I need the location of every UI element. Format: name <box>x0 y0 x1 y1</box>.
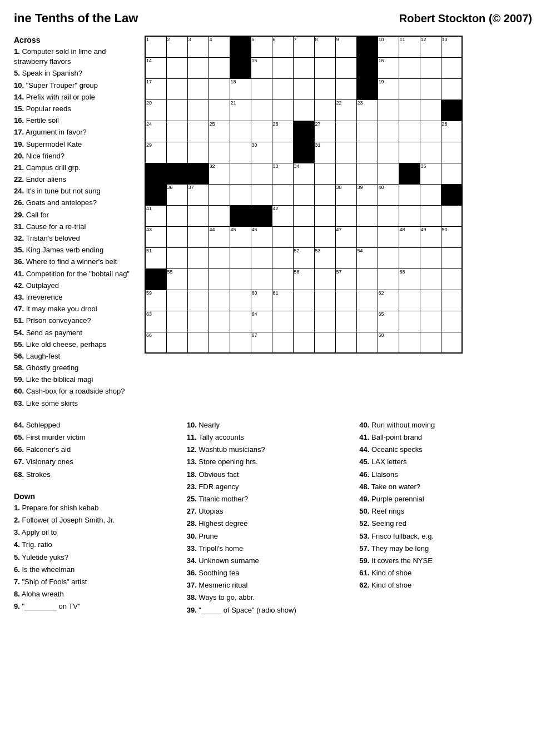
clue-item: 15. Popular reeds <box>14 104 136 114</box>
clue-item: 10. Nearly <box>187 420 354 430</box>
cell-number: 34 <box>294 164 300 169</box>
clue-item: 38. Ways to go, abbr. <box>187 593 354 603</box>
grid-cell <box>166 226 187 247</box>
cell-number: 5 <box>252 37 255 42</box>
clue-item: 30. Prune <box>187 531 354 541</box>
clue-item: 21. Campus drill grp. <box>14 163 136 173</box>
grid-cell <box>378 163 399 184</box>
grid-cell: 62 <box>378 290 399 311</box>
grid-cell <box>251 205 272 226</box>
grid-cell: 3 <box>187 36 209 57</box>
cell-number: 10 <box>379 37 384 42</box>
grid-cell: 51 <box>145 247 166 268</box>
grid-cell <box>441 57 462 78</box>
grid-cell <box>335 78 356 100</box>
grid-cell <box>420 290 441 311</box>
grid-cell <box>356 121 378 142</box>
grid-cell: 45 <box>230 226 251 247</box>
grid-cell: 37 <box>187 184 209 205</box>
grid-cell: 19 <box>378 78 399 100</box>
clue-item: 33. Tripoli's home <box>187 544 354 554</box>
grid-cell <box>230 247 251 268</box>
cell-number: 2 <box>167 37 170 42</box>
cell-number: 19 <box>379 79 384 84</box>
clue-item: 28. Highest degree <box>187 519 354 529</box>
grid-cell: 34 <box>293 163 314 184</box>
grid-cell <box>441 268 462 290</box>
grid-cell: 57 <box>335 268 356 290</box>
grid-cell <box>399 311 420 332</box>
cell-number: 42 <box>273 206 279 211</box>
grid-cell: 47 <box>335 226 356 247</box>
grid-cell <box>335 332 356 353</box>
clue-item: 14. Prefix with rail or pole <box>14 92 136 102</box>
bottom-col-3: 40. Run without moving41. Ball-point bra… <box>359 420 532 618</box>
across-clues-list: 1. Computer sold in lime and strawberry … <box>14 47 136 409</box>
clue-item: 40. Run without moving <box>359 420 527 430</box>
cell-number: 56 <box>294 270 300 275</box>
grid-cell <box>335 247 356 268</box>
cell-number: 26 <box>273 122 279 127</box>
grid-cell <box>293 226 314 247</box>
cell-number: 57 <box>336 270 342 275</box>
grid-cell <box>251 184 272 205</box>
grid-cell <box>356 268 378 290</box>
cell-number: 18 <box>231 79 236 84</box>
grid-cell <box>441 311 462 332</box>
grid-cell <box>251 268 272 290</box>
grid-cell <box>441 100 462 121</box>
clue-item: 36. Soothing tea <box>187 568 354 578</box>
clue-item: 26. Goats and antelopes? <box>14 198 136 208</box>
cell-number: 24 <box>146 122 152 127</box>
cell-number: 32 <box>210 164 215 169</box>
cell-number: 8 <box>315 37 318 42</box>
grid-cell: 7 <box>293 36 314 57</box>
grid-cell: 58 <box>399 268 420 290</box>
grid-cell: 11 <box>399 36 420 57</box>
grid-cell: 38 <box>335 184 356 205</box>
grid-cell <box>209 290 230 311</box>
grid-cell: 17 <box>145 78 166 100</box>
grid-cell <box>251 163 272 184</box>
cell-number: 62 <box>379 291 384 296</box>
grid-cell <box>314 205 335 226</box>
clue-item: 41. Ball-point brand <box>359 432 527 442</box>
grid-cell <box>420 57 441 78</box>
cell-number: 55 <box>167 270 173 275</box>
grid-cell <box>166 142 187 163</box>
grid-cell <box>441 332 462 353</box>
grid-cell <box>230 290 251 311</box>
grid-cell <box>293 121 314 142</box>
grid-cell <box>420 78 441 100</box>
grid-cell: 16 <box>378 57 399 78</box>
grid-cell: 8 <box>314 36 335 57</box>
grid-cell <box>399 100 420 121</box>
cell-number: 25 <box>210 122 215 127</box>
clue-item: 42. Outplayed <box>14 281 136 291</box>
grid-cell <box>356 78 378 100</box>
grid-cell: 24 <box>145 121 166 142</box>
grid-cell: 44 <box>209 226 230 247</box>
cell-number: 41 <box>146 206 152 211</box>
grid-cell <box>166 100 187 121</box>
grid-cell: 10 <box>378 36 399 57</box>
grid-cell <box>293 100 314 121</box>
clue-item: 27. Utopias <box>187 506 354 516</box>
cell-number: 65 <box>379 312 384 317</box>
cell-number: 9 <box>336 37 339 42</box>
clue-item: 20. Nice friend? <box>14 151 136 161</box>
grid-cell <box>187 142 209 163</box>
bottom-col-1: 64. Schlepped65. First murder victim66. … <box>14 420 187 618</box>
cell-number: 28 <box>442 122 448 127</box>
cell-number: 31 <box>315 143 321 148</box>
grid-cell <box>293 142 314 163</box>
cell-number: 17 <box>146 79 152 84</box>
grid-cell <box>209 332 230 353</box>
grid-cell <box>272 78 293 100</box>
clue-item: 6. Is the wheelman <box>14 565 181 575</box>
grid-cell <box>187 226 209 247</box>
grid-cell <box>356 57 378 78</box>
grid-cell <box>145 163 166 184</box>
clue-item: 41. Competition for the "bobtail nag" <box>14 269 136 279</box>
grid-cell: 61 <box>272 290 293 311</box>
